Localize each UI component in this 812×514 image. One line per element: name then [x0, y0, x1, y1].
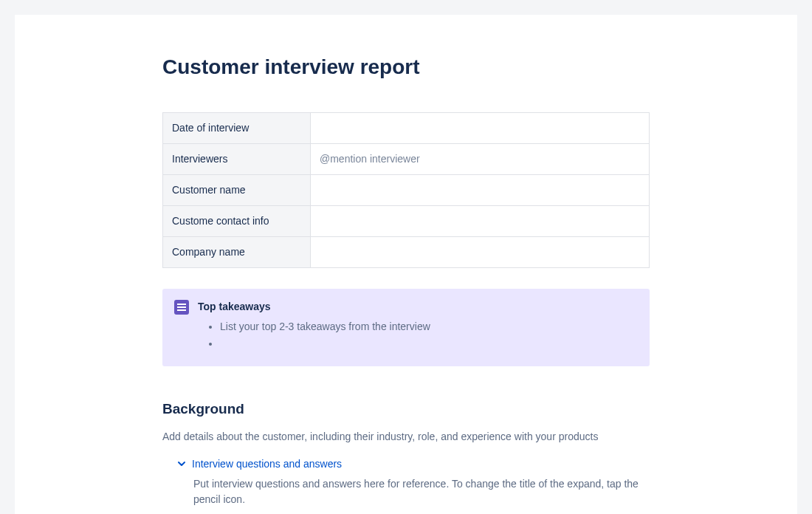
background-heading: Background: [162, 399, 650, 420]
takeaways-list[interactable]: List your top 2-3 takeaways from the int…: [198, 319, 638, 352]
table-row: Interviewers @mention interviewer: [163, 144, 650, 175]
page-title: Customer interview report: [162, 52, 650, 83]
meta-value-company[interactable]: [311, 237, 650, 268]
meta-label-contact: Custome contact info: [163, 206, 311, 237]
table-row: Date of interview: [163, 113, 650, 144]
table-row: Customer name: [163, 175, 650, 206]
expand-body[interactable]: Put interview questions and answers here…: [177, 476, 650, 515]
table-row: Company name: [163, 237, 650, 268]
document-page: Customer interview report Date of interv…: [15, 15, 797, 514]
meta-value-interviewers[interactable]: @mention interviewer: [311, 144, 650, 175]
meta-value-contact[interactable]: [311, 206, 650, 237]
meta-table: Date of interview Interviewers @mention …: [162, 112, 650, 268]
takeaways-panel: Top takeaways List your top 2-3 takeaway…: [162, 289, 650, 366]
list-item: List your top 2-3 takeaways from the int…: [220, 319, 638, 335]
note-icon: [174, 300, 189, 315]
chevron-down-icon: [177, 459, 186, 468]
panel-title: Top takeaways: [198, 299, 638, 315]
background-subtitle: Add details about the customer, includin…: [162, 429, 650, 445]
meta-label-company: Company name: [163, 237, 311, 268]
meta-value-date[interactable]: [311, 113, 650, 144]
meta-label-interviewers: Interviewers: [163, 144, 311, 175]
list-item: [220, 336, 638, 352]
meta-label-customer-name: Customer name: [163, 175, 311, 206]
expand-block: Interview questions and answers Put inte…: [162, 456, 650, 515]
expand-toggle[interactable]: Interview questions and answers: [177, 456, 650, 472]
expand-title: Interview questions and answers: [192, 456, 342, 472]
expand-description: Put interview questions and answers here…: [193, 476, 650, 507]
meta-value-customer-name[interactable]: [311, 175, 650, 206]
table-row: Custome contact info: [163, 206, 650, 237]
meta-label-date: Date of interview: [163, 113, 311, 144]
